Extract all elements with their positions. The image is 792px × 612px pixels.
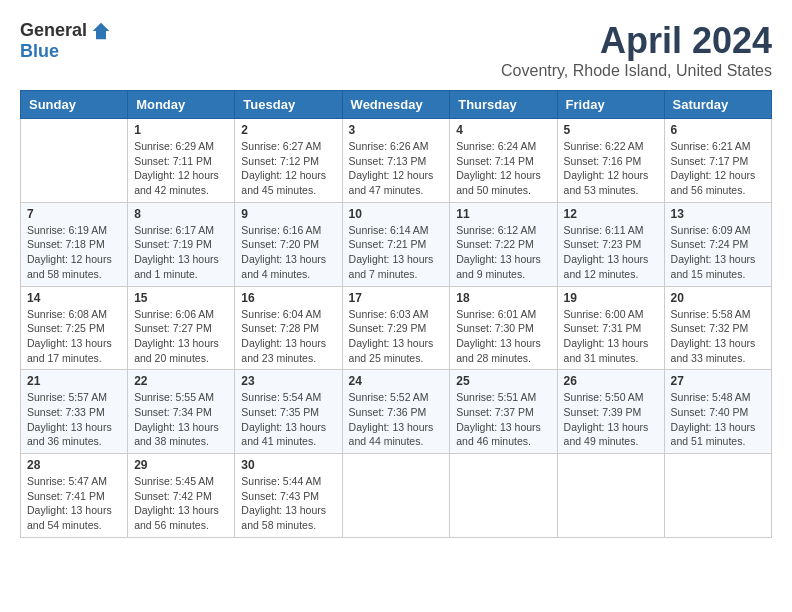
day-number: 11	[456, 207, 550, 221]
day-info: Sunrise: 6:26 AMSunset: 7:13 PMDaylight:…	[349, 139, 444, 198]
calendar-cell: 18Sunrise: 6:01 AMSunset: 7:30 PMDayligh…	[450, 286, 557, 370]
calendar-cell	[342, 454, 450, 538]
week-row-5: 28Sunrise: 5:47 AMSunset: 7:41 PMDayligh…	[21, 454, 772, 538]
day-info: Sunrise: 5:51 AMSunset: 7:37 PMDaylight:…	[456, 390, 550, 449]
calendar-cell: 6Sunrise: 6:21 AMSunset: 7:17 PMDaylight…	[664, 119, 771, 203]
logo-icon	[91, 21, 111, 41]
day-number: 1	[134, 123, 228, 137]
day-info: Sunrise: 5:44 AMSunset: 7:43 PMDaylight:…	[241, 474, 335, 533]
title-section: April 2024 Coventry, Rhode Island, Unite…	[501, 20, 772, 80]
calendar-cell: 17Sunrise: 6:03 AMSunset: 7:29 PMDayligh…	[342, 286, 450, 370]
weekday-header-saturday: Saturday	[664, 91, 771, 119]
day-info: Sunrise: 5:55 AMSunset: 7:34 PMDaylight:…	[134, 390, 228, 449]
day-number: 24	[349, 374, 444, 388]
calendar-cell: 15Sunrise: 6:06 AMSunset: 7:27 PMDayligh…	[128, 286, 235, 370]
day-info: Sunrise: 6:08 AMSunset: 7:25 PMDaylight:…	[27, 307, 121, 366]
calendar-cell: 28Sunrise: 5:47 AMSunset: 7:41 PMDayligh…	[21, 454, 128, 538]
day-info: Sunrise: 5:50 AMSunset: 7:39 PMDaylight:…	[564, 390, 658, 449]
calendar-cell: 22Sunrise: 5:55 AMSunset: 7:34 PMDayligh…	[128, 370, 235, 454]
day-number: 6	[671, 123, 765, 137]
day-number: 18	[456, 291, 550, 305]
day-info: Sunrise: 6:00 AMSunset: 7:31 PMDaylight:…	[564, 307, 658, 366]
weekday-header-thursday: Thursday	[450, 91, 557, 119]
day-info: Sunrise: 6:04 AMSunset: 7:28 PMDaylight:…	[241, 307, 335, 366]
day-info: Sunrise: 6:22 AMSunset: 7:16 PMDaylight:…	[564, 139, 658, 198]
day-number: 20	[671, 291, 765, 305]
page-header: General Blue April 2024 Coventry, Rhode …	[20, 20, 772, 80]
calendar-cell: 30Sunrise: 5:44 AMSunset: 7:43 PMDayligh…	[235, 454, 342, 538]
calendar-cell: 29Sunrise: 5:45 AMSunset: 7:42 PMDayligh…	[128, 454, 235, 538]
day-number: 16	[241, 291, 335, 305]
day-number: 14	[27, 291, 121, 305]
calendar-cell: 4Sunrise: 6:24 AMSunset: 7:14 PMDaylight…	[450, 119, 557, 203]
day-number: 21	[27, 374, 121, 388]
day-number: 26	[564, 374, 658, 388]
day-info: Sunrise: 6:09 AMSunset: 7:24 PMDaylight:…	[671, 223, 765, 282]
week-row-3: 14Sunrise: 6:08 AMSunset: 7:25 PMDayligh…	[21, 286, 772, 370]
day-number: 27	[671, 374, 765, 388]
svg-marker-0	[93, 22, 110, 39]
calendar-cell: 12Sunrise: 6:11 AMSunset: 7:23 PMDayligh…	[557, 202, 664, 286]
day-number: 3	[349, 123, 444, 137]
day-info: Sunrise: 6:06 AMSunset: 7:27 PMDaylight:…	[134, 307, 228, 366]
calendar-cell	[664, 454, 771, 538]
day-number: 4	[456, 123, 550, 137]
calendar-cell: 21Sunrise: 5:57 AMSunset: 7:33 PMDayligh…	[21, 370, 128, 454]
week-row-2: 7Sunrise: 6:19 AMSunset: 7:18 PMDaylight…	[21, 202, 772, 286]
calendar-cell: 13Sunrise: 6:09 AMSunset: 7:24 PMDayligh…	[664, 202, 771, 286]
logo-blue-text: Blue	[20, 41, 59, 62]
calendar-cell: 23Sunrise: 5:54 AMSunset: 7:35 PMDayligh…	[235, 370, 342, 454]
calendar-cell: 3Sunrise: 6:26 AMSunset: 7:13 PMDaylight…	[342, 119, 450, 203]
calendar-cell: 25Sunrise: 5:51 AMSunset: 7:37 PMDayligh…	[450, 370, 557, 454]
day-info: Sunrise: 6:03 AMSunset: 7:29 PMDaylight:…	[349, 307, 444, 366]
logo-general-text: General	[20, 20, 87, 41]
day-info: Sunrise: 5:45 AMSunset: 7:42 PMDaylight:…	[134, 474, 228, 533]
day-info: Sunrise: 6:12 AMSunset: 7:22 PMDaylight:…	[456, 223, 550, 282]
calendar-cell: 26Sunrise: 5:50 AMSunset: 7:39 PMDayligh…	[557, 370, 664, 454]
calendar-cell: 10Sunrise: 6:14 AMSunset: 7:21 PMDayligh…	[342, 202, 450, 286]
month-title: April 2024	[501, 20, 772, 62]
weekday-header-monday: Monday	[128, 91, 235, 119]
week-row-1: 1Sunrise: 6:29 AMSunset: 7:11 PMDaylight…	[21, 119, 772, 203]
day-info: Sunrise: 6:01 AMSunset: 7:30 PMDaylight:…	[456, 307, 550, 366]
day-number: 10	[349, 207, 444, 221]
calendar-cell: 8Sunrise: 6:17 AMSunset: 7:19 PMDaylight…	[128, 202, 235, 286]
calendar-cell: 9Sunrise: 6:16 AMSunset: 7:20 PMDaylight…	[235, 202, 342, 286]
day-number: 29	[134, 458, 228, 472]
day-number: 7	[27, 207, 121, 221]
day-info: Sunrise: 6:19 AMSunset: 7:18 PMDaylight:…	[27, 223, 121, 282]
calendar-cell: 24Sunrise: 5:52 AMSunset: 7:36 PMDayligh…	[342, 370, 450, 454]
day-info: Sunrise: 5:48 AMSunset: 7:40 PMDaylight:…	[671, 390, 765, 449]
logo: General Blue	[20, 20, 111, 62]
day-info: Sunrise: 5:57 AMSunset: 7:33 PMDaylight:…	[27, 390, 121, 449]
day-number: 25	[456, 374, 550, 388]
calendar-cell: 27Sunrise: 5:48 AMSunset: 7:40 PMDayligh…	[664, 370, 771, 454]
day-info: Sunrise: 6:27 AMSunset: 7:12 PMDaylight:…	[241, 139, 335, 198]
calendar-table: SundayMondayTuesdayWednesdayThursdayFrid…	[20, 90, 772, 538]
day-info: Sunrise: 5:54 AMSunset: 7:35 PMDaylight:…	[241, 390, 335, 449]
weekday-header-row: SundayMondayTuesdayWednesdayThursdayFrid…	[21, 91, 772, 119]
calendar-cell: 14Sunrise: 6:08 AMSunset: 7:25 PMDayligh…	[21, 286, 128, 370]
day-info: Sunrise: 5:47 AMSunset: 7:41 PMDaylight:…	[27, 474, 121, 533]
weekday-header-sunday: Sunday	[21, 91, 128, 119]
day-info: Sunrise: 6:29 AMSunset: 7:11 PMDaylight:…	[134, 139, 228, 198]
calendar-cell: 1Sunrise: 6:29 AMSunset: 7:11 PMDaylight…	[128, 119, 235, 203]
day-number: 30	[241, 458, 335, 472]
day-number: 17	[349, 291, 444, 305]
day-info: Sunrise: 6:17 AMSunset: 7:19 PMDaylight:…	[134, 223, 228, 282]
calendar-cell: 2Sunrise: 6:27 AMSunset: 7:12 PMDaylight…	[235, 119, 342, 203]
day-number: 13	[671, 207, 765, 221]
calendar-cell: 7Sunrise: 6:19 AMSunset: 7:18 PMDaylight…	[21, 202, 128, 286]
calendar-cell: 16Sunrise: 6:04 AMSunset: 7:28 PMDayligh…	[235, 286, 342, 370]
day-number: 5	[564, 123, 658, 137]
day-info: Sunrise: 6:16 AMSunset: 7:20 PMDaylight:…	[241, 223, 335, 282]
day-number: 15	[134, 291, 228, 305]
calendar-cell: 20Sunrise: 5:58 AMSunset: 7:32 PMDayligh…	[664, 286, 771, 370]
day-number: 22	[134, 374, 228, 388]
weekday-header-friday: Friday	[557, 91, 664, 119]
day-number: 8	[134, 207, 228, 221]
week-row-4: 21Sunrise: 5:57 AMSunset: 7:33 PMDayligh…	[21, 370, 772, 454]
day-number: 2	[241, 123, 335, 137]
calendar-cell	[557, 454, 664, 538]
location-title: Coventry, Rhode Island, United States	[501, 62, 772, 80]
